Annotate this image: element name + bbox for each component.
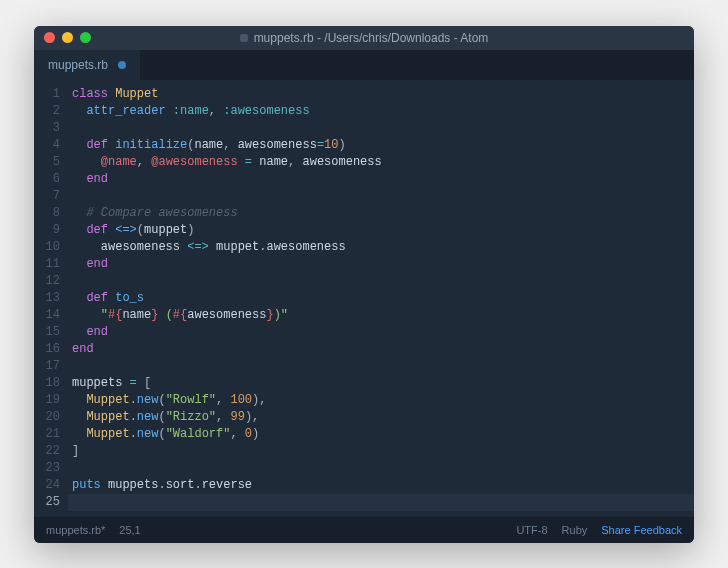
line-number[interactable]: 23 [34, 460, 60, 477]
editor-area[interactable]: 1234567891011121314151617181920212223242… [34, 80, 694, 517]
status-encoding[interactable]: UTF-8 [516, 524, 547, 536]
line-number[interactable]: 6 [34, 171, 60, 188]
code-line[interactable] [68, 494, 694, 511]
line-number[interactable]: 20 [34, 409, 60, 426]
titlebar[interactable]: muppets.rb - /Users/chris/Downloads - At… [34, 26, 694, 50]
share-feedback-link[interactable]: Share Feedback [601, 524, 682, 536]
line-number[interactable]: 24 [34, 477, 60, 494]
line-number-gutter[interactable]: 1234567891011121314151617181920212223242… [34, 80, 68, 517]
line-number[interactable]: 22 [34, 443, 60, 460]
line-number[interactable]: 9 [34, 222, 60, 239]
line-number[interactable]: 8 [34, 205, 60, 222]
code-line[interactable]: end [68, 256, 694, 273]
line-number[interactable]: 12 [34, 273, 60, 290]
zoom-icon[interactable] [80, 32, 91, 43]
line-number[interactable]: 5 [34, 154, 60, 171]
close-icon[interactable] [44, 32, 55, 43]
minimize-icon[interactable] [62, 32, 73, 43]
line-number[interactable]: 15 [34, 324, 60, 341]
code-line[interactable]: attr_reader :name, :awesomeness [68, 103, 694, 120]
line-number[interactable]: 7 [34, 188, 60, 205]
code-line[interactable]: Muppet.new("Waldorf", 0) [68, 426, 694, 443]
line-number[interactable]: 2 [34, 103, 60, 120]
line-number[interactable]: 4 [34, 137, 60, 154]
window-title-text: muppets.rb - /Users/chris/Downloads - At… [254, 31, 489, 45]
code-line[interactable] [68, 273, 694, 290]
code-line[interactable]: Muppet.new("Rowlf", 100), [68, 392, 694, 409]
code-line[interactable]: Muppet.new("Rizzo", 99), [68, 409, 694, 426]
code-line[interactable]: @name, @awesomeness = name, awesomeness [68, 154, 694, 171]
code-line[interactable]: ] [68, 443, 694, 460]
status-cursor-position[interactable]: 25,1 [119, 524, 140, 536]
tab-muppets[interactable]: muppets.rb [34, 50, 141, 80]
line-number[interactable]: 21 [34, 426, 60, 443]
line-number[interactable]: 1 [34, 86, 60, 103]
code-line[interactable]: "#{name} (#{awesomeness})" [68, 307, 694, 324]
code-line[interactable]: # Compare awesomeness [68, 205, 694, 222]
editor-window: muppets.rb - /Users/chris/Downloads - At… [34, 26, 694, 543]
code-line[interactable] [68, 358, 694, 375]
code-line[interactable]: def to_s [68, 290, 694, 307]
tab-bar[interactable]: muppets.rb [34, 50, 694, 80]
line-number[interactable]: 16 [34, 341, 60, 358]
window-title: muppets.rb - /Users/chris/Downloads - At… [44, 31, 684, 45]
file-icon [240, 34, 248, 42]
code-line[interactable] [68, 188, 694, 205]
status-language[interactable]: Ruby [562, 524, 588, 536]
line-number[interactable]: 11 [34, 256, 60, 273]
code-line[interactable]: end [68, 171, 694, 188]
line-number[interactable]: 25 [34, 494, 60, 511]
modified-indicator-icon [118, 61, 126, 69]
line-number[interactable]: 13 [34, 290, 60, 307]
line-number[interactable]: 14 [34, 307, 60, 324]
line-number[interactable]: 18 [34, 375, 60, 392]
code-line[interactable]: awesomeness <=> muppet.awesomeness [68, 239, 694, 256]
line-number[interactable]: 19 [34, 392, 60, 409]
code-line[interactable] [68, 460, 694, 477]
code-line[interactable]: puts muppets.sort.reverse [68, 477, 694, 494]
code-line[interactable]: muppets = [ [68, 375, 694, 392]
code-line[interactable]: def initialize(name, awesomeness=10) [68, 137, 694, 154]
code-line[interactable]: class Muppet [68, 86, 694, 103]
code-content[interactable]: class Muppet attr_reader :name, :awesome… [68, 80, 694, 517]
status-bar: muppets.rb* 25,1 UTF-8 Ruby Share Feedba… [34, 517, 694, 543]
code-line[interactable]: def <=>(muppet) [68, 222, 694, 239]
traffic-lights [44, 32, 91, 43]
tab-label: muppets.rb [48, 58, 108, 72]
code-line[interactable]: end [68, 341, 694, 358]
code-line[interactable]: end [68, 324, 694, 341]
line-number[interactable]: 3 [34, 120, 60, 137]
code-line[interactable] [68, 120, 694, 137]
line-number[interactable]: 17 [34, 358, 60, 375]
line-number[interactable]: 10 [34, 239, 60, 256]
status-filename[interactable]: muppets.rb* [46, 524, 105, 536]
